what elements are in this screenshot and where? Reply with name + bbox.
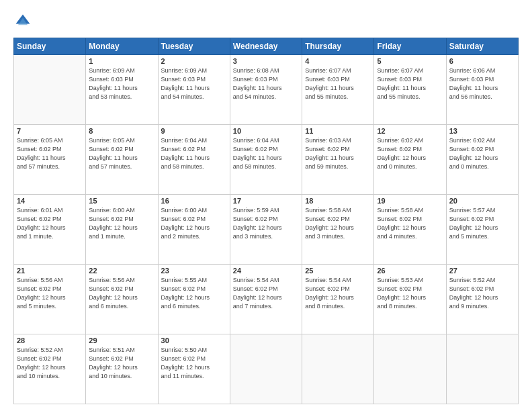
calendar-cell: 9Sunrise: 6:04 AMSunset: 6:02 PMDaylight… [158,125,230,195]
day-number: 5 [377,57,443,65]
day-number: 1 [89,57,154,65]
weekday-saturday: Saturday [446,38,518,55]
calendar-body: 1Sunrise: 6:09 AMSunset: 6:03 PMDaylight… [14,55,519,404]
day-number: 8 [89,127,154,135]
day-info: Sunrise: 6:09 AMSunset: 6:03 PMDaylight:… [161,66,227,101]
header [13,12,519,31]
day-number: 29 [89,336,154,345]
day-number: 15 [89,197,154,205]
calendar-cell: 7Sunrise: 6:05 AMSunset: 6:02 PMDaylight… [14,125,86,195]
calendar-cell: 11Sunrise: 6:03 AMSunset: 6:02 PMDayligh… [302,125,374,195]
calendar-cell: 2Sunrise: 6:09 AMSunset: 6:03 PMDaylight… [158,55,230,125]
calendar-cell [230,334,302,404]
day-number: 14 [17,197,83,205]
calendar-cell [446,334,518,404]
day-info: Sunrise: 6:04 AMSunset: 6:02 PMDaylight:… [233,136,299,171]
day-info: Sunrise: 6:00 AMSunset: 6:02 PMDaylight:… [161,206,227,241]
day-info: Sunrise: 6:01 AMSunset: 6:02 PMDaylight:… [17,206,83,241]
day-number: 10 [233,127,299,135]
logo [13,12,35,31]
weekday-wednesday: Wednesday [230,38,302,55]
calendar-week-5: 28Sunrise: 5:52 AMSunset: 6:02 PMDayligh… [14,334,519,404]
calendar-cell: 25Sunrise: 5:54 AMSunset: 6:02 PMDayligh… [302,265,374,334]
day-number: 23 [161,267,227,275]
day-info: Sunrise: 6:04 AMSunset: 6:02 PMDaylight:… [161,136,227,171]
calendar-cell [14,55,86,125]
day-number: 18 [305,197,371,205]
day-number: 16 [161,197,227,205]
weekday-header-row: SundayMondayTuesdayWednesdayThursdayFrid… [14,38,519,55]
calendar-cell: 26Sunrise: 5:53 AMSunset: 6:02 PMDayligh… [374,265,446,334]
calendar-cell: 1Sunrise: 6:09 AMSunset: 6:03 PMDaylight… [86,55,158,125]
day-info: Sunrise: 5:55 AMSunset: 6:02 PMDaylight:… [161,276,227,311]
day-number: 21 [17,267,83,275]
calendar-cell: 17Sunrise: 5:59 AMSunset: 6:02 PMDayligh… [230,195,302,265]
calendar-cell [302,334,374,404]
day-info: Sunrise: 5:53 AMSunset: 6:02 PMDaylight:… [377,276,443,311]
weekday-tuesday: Tuesday [158,38,230,55]
calendar-cell: 27Sunrise: 5:52 AMSunset: 6:02 PMDayligh… [446,265,518,334]
calendar-week-1: 1Sunrise: 6:09 AMSunset: 6:03 PMDaylight… [14,55,519,125]
day-info: Sunrise: 6:05 AMSunset: 6:02 PMDaylight:… [17,136,83,171]
day-number: 24 [233,267,299,275]
calendar-cell: 15Sunrise: 6:00 AMSunset: 6:02 PMDayligh… [86,195,158,265]
calendar-cell: 28Sunrise: 5:52 AMSunset: 6:02 PMDayligh… [14,334,86,404]
calendar-table: SundayMondayTuesdayWednesdayThursdayFrid… [13,38,519,404]
day-number: 19 [377,197,443,205]
day-number: 6 [449,57,515,65]
day-info: Sunrise: 5:54 AMSunset: 6:02 PMDaylight:… [233,276,299,311]
calendar-cell: 8Sunrise: 6:05 AMSunset: 6:02 PMDaylight… [86,125,158,195]
calendar-cell: 22Sunrise: 5:56 AMSunset: 6:02 PMDayligh… [86,265,158,334]
day-number: 13 [449,127,515,135]
day-info: Sunrise: 5:58 AMSunset: 6:02 PMDaylight:… [377,206,443,241]
day-number: 26 [377,267,443,275]
calendar-cell: 23Sunrise: 5:55 AMSunset: 6:02 PMDayligh… [158,265,230,334]
day-number: 12 [377,127,443,135]
day-info: Sunrise: 5:56 AMSunset: 6:02 PMDaylight:… [89,276,154,311]
day-info: Sunrise: 6:07 AMSunset: 6:03 PMDaylight:… [377,66,443,101]
day-info: Sunrise: 5:52 AMSunset: 6:02 PMDaylight:… [17,346,83,381]
calendar-cell: 3Sunrise: 6:08 AMSunset: 6:03 PMDaylight… [230,55,302,125]
day-info: Sunrise: 5:51 AMSunset: 6:02 PMDaylight:… [89,346,154,381]
calendar-cell: 21Sunrise: 5:56 AMSunset: 6:02 PMDayligh… [14,265,86,334]
day-info: Sunrise: 5:56 AMSunset: 6:02 PMDaylight:… [17,276,83,311]
day-info: Sunrise: 6:02 AMSunset: 6:02 PMDaylight:… [377,136,443,171]
day-number: 7 [17,127,83,135]
calendar-cell: 12Sunrise: 6:02 AMSunset: 6:02 PMDayligh… [374,125,446,195]
day-info: Sunrise: 5:59 AMSunset: 6:02 PMDaylight:… [233,206,299,241]
day-number: 25 [305,267,371,275]
calendar-cell: 10Sunrise: 6:04 AMSunset: 6:02 PMDayligh… [230,125,302,195]
weekday-friday: Friday [374,38,446,55]
calendar-cell: 20Sunrise: 5:57 AMSunset: 6:02 PMDayligh… [446,195,518,265]
page: SundayMondayTuesdayWednesdayThursdayFrid… [0,0,532,411]
day-number: 20 [449,197,515,205]
calendar-cell: 6Sunrise: 6:06 AMSunset: 6:03 PMDaylight… [446,55,518,125]
day-info: Sunrise: 6:09 AMSunset: 6:03 PMDaylight:… [89,66,154,101]
day-info: Sunrise: 5:58 AMSunset: 6:02 PMDaylight:… [305,206,371,241]
day-info: Sunrise: 6:05 AMSunset: 6:02 PMDaylight:… [89,136,154,171]
day-info: Sunrise: 5:52 AMSunset: 6:02 PMDaylight:… [449,276,515,311]
calendar-cell: 14Sunrise: 6:01 AMSunset: 6:02 PMDayligh… [14,195,86,265]
calendar-week-3: 14Sunrise: 6:01 AMSunset: 6:02 PMDayligh… [14,195,519,265]
day-info: Sunrise: 5:57 AMSunset: 6:02 PMDaylight:… [449,206,515,241]
calendar-cell [374,334,446,404]
calendar-week-4: 21Sunrise: 5:56 AMSunset: 6:02 PMDayligh… [14,265,519,334]
weekday-sunday: Sunday [14,38,86,55]
calendar-cell: 30Sunrise: 5:50 AMSunset: 6:02 PMDayligh… [158,334,230,404]
day-number: 27 [449,267,515,275]
weekday-monday: Monday [86,38,158,55]
day-number: 28 [17,336,83,345]
calendar-cell: 24Sunrise: 5:54 AMSunset: 6:02 PMDayligh… [230,265,302,334]
day-info: Sunrise: 6:02 AMSunset: 6:02 PMDaylight:… [449,136,515,171]
calendar-cell: 16Sunrise: 6:00 AMSunset: 6:02 PMDayligh… [158,195,230,265]
day-info: Sunrise: 6:08 AMSunset: 6:03 PMDaylight:… [233,66,299,101]
calendar-cell: 29Sunrise: 5:51 AMSunset: 6:02 PMDayligh… [86,334,158,404]
day-info: Sunrise: 5:50 AMSunset: 6:02 PMDaylight:… [161,346,227,381]
calendar-cell: 13Sunrise: 6:02 AMSunset: 6:02 PMDayligh… [446,125,518,195]
calendar-cell: 18Sunrise: 5:58 AMSunset: 6:02 PMDayligh… [302,195,374,265]
calendar-cell: 4Sunrise: 6:07 AMSunset: 6:03 PMDaylight… [302,55,374,125]
day-number: 9 [161,127,227,135]
day-info: Sunrise: 6:03 AMSunset: 6:02 PMDaylight:… [305,136,371,171]
calendar-cell: 5Sunrise: 6:07 AMSunset: 6:03 PMDaylight… [374,55,446,125]
day-info: Sunrise: 6:00 AMSunset: 6:02 PMDaylight:… [89,206,154,241]
